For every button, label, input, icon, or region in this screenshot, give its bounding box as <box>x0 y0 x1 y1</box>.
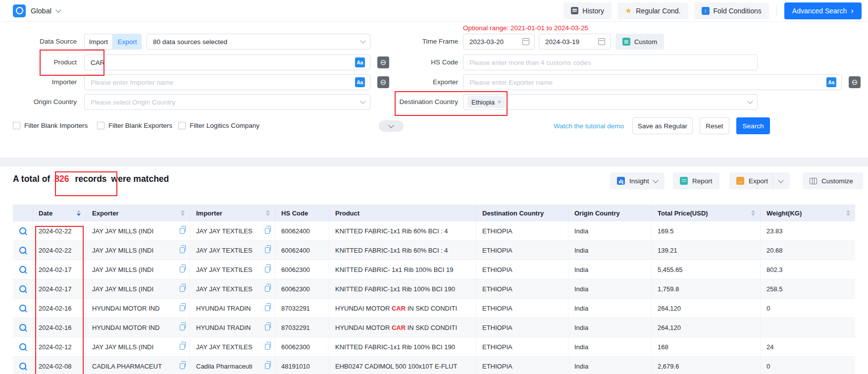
importer-name: JAY JAY TEXTILES <box>196 247 253 254</box>
date-to-field[interactable]: 2024-03-19 <box>539 34 611 50</box>
copy-icon[interactable] <box>180 247 185 253</box>
header-weight[interactable]: Weight(KG) <box>761 205 855 221</box>
region-selector[interactable]: Global <box>13 4 60 17</box>
export-button[interactable]: → Export <box>729 172 790 189</box>
exporter-cell: JAY JAY MILLS (INDI <box>86 241 190 260</box>
export-tab[interactable]: Export <box>113 34 142 50</box>
advanced-search-label: Advanced Search <box>792 7 847 15</box>
export-dropdown-button[interactable] <box>772 172 783 189</box>
copy-icon[interactable] <box>265 324 270 330</box>
header-exporter[interactable]: Exporter <box>86 205 190 221</box>
copy-icon[interactable] <box>265 228 270 234</box>
regular-cond-button[interactable]: ★ Regular Cond. <box>617 2 688 19</box>
results-summary: A total of 826 records were matched <box>13 174 169 184</box>
copy-icon[interactable] <box>180 286 185 292</box>
copy-icon[interactable] <box>180 228 185 234</box>
history-button[interactable]: History <box>563 2 612 19</box>
destination-cell: ETHIOPIA <box>476 337 568 356</box>
row-search-icon[interactable] <box>19 363 26 370</box>
origin-country-select[interactable]: Please select Origin Country <box>84 94 370 110</box>
search-button[interactable]: Search <box>736 117 770 134</box>
filter-blank-importers[interactable]: Filter Blank Importers <box>13 122 88 129</box>
filter-blank-exporters[interactable]: Filter Blank Exporters <box>97 122 172 129</box>
sort-icons[interactable] <box>748 210 755 216</box>
row-search-icon[interactable] <box>19 343 26 350</box>
insight-button[interactable]: Insight <box>610 172 664 189</box>
row-detail-cell <box>13 279 33 298</box>
checkbox[interactable] <box>97 122 104 129</box>
row-search-icon[interactable] <box>19 285 26 292</box>
destination-country-tag[interactable]: Ethiopia × <box>467 96 505 108</box>
advanced-search-button[interactable]: Advanced Search › <box>784 2 862 19</box>
row-search-icon[interactable] <box>19 305 26 312</box>
custom-range-button[interactable]: ⊞ Custom <box>615 34 664 50</box>
product-field-wrap: Aa <box>84 54 370 70</box>
date-from-field[interactable]: 2023-03-20 <box>463 34 535 50</box>
product-input[interactable] <box>91 59 355 66</box>
header-detail-column <box>13 205 33 221</box>
copy-icon[interactable] <box>265 344 270 350</box>
weight-cell: 0 <box>761 357 855 374</box>
collapse-conditions-button[interactable] <box>379 120 404 132</box>
header-importer[interactable]: Importer <box>190 205 275 221</box>
copy-icon[interactable] <box>265 247 270 253</box>
reset-button[interactable]: Reset <box>700 117 729 134</box>
row-search-icon[interactable] <box>19 227 26 234</box>
row-detail-cell <box>13 299 33 318</box>
data-source-select[interactable]: 80 data sources selected <box>147 34 370 50</box>
filter-logitics-company[interactable]: Filter Logitics Company <box>178 122 259 129</box>
translate-icon[interactable]: Aa <box>355 77 365 87</box>
date-cell: 2024-02-16 <box>33 318 86 337</box>
row-search-icon[interactable] <box>19 324 26 331</box>
sort-icons[interactable] <box>843 210 850 216</box>
checkbox[interactable] <box>13 122 20 129</box>
importer-cell: JAY JAY TEXTILES <box>190 279 275 298</box>
exporter-input[interactable] <box>469 79 826 86</box>
copy-icon[interactable] <box>265 267 270 272</box>
history-label: History <box>582 7 604 15</box>
product-cell: KNITTED FABRIC-1x1 Rib 100% BCI 190 <box>329 337 476 356</box>
product-cell: KNITTED FABRIC-1x1 Rib 60% BCI : 4 <box>329 241 476 260</box>
hs-code-field-wrap <box>463 54 758 70</box>
sort-icons[interactable] <box>178 210 185 216</box>
importer-input[interactable] <box>91 79 355 86</box>
translate-icon[interactable]: Aa <box>826 77 836 87</box>
price-cell: 1,759.8 <box>652 279 761 298</box>
copy-icon[interactable] <box>180 267 185 272</box>
tag-close-icon[interactable]: × <box>498 99 501 106</box>
checkbox[interactable] <box>178 122 186 129</box>
copy-icon[interactable] <box>180 305 185 311</box>
exporter-cell: JAY JAY MILLS (INDI <box>86 260 190 279</box>
customize-button[interactable]: Customize <box>803 172 863 189</box>
copy-icon[interactable] <box>265 286 270 292</box>
product-cell: HYUNDAI MOTOR CAR IN SKD CONDITI <box>329 318 476 337</box>
fold-conditions-button[interactable]: ↕ Fold Conditions <box>694 2 769 19</box>
report-button[interactable]: Report <box>673 172 719 189</box>
sort-icons[interactable] <box>263 210 270 216</box>
row-search-icon[interactable] <box>19 247 26 254</box>
header-date[interactable]: Date <box>33 205 86 221</box>
destination-country-select[interactable]: Ethiopia × <box>463 94 758 110</box>
copy-icon[interactable] <box>265 363 270 369</box>
copy-icon[interactable] <box>265 305 270 311</box>
table-row: 2024-02-22 JAY JAY MILLS (INDI JAY JAY T… <box>13 221 855 241</box>
hs-code-cell: 60062300 <box>275 337 329 356</box>
row-detail-cell <box>13 318 33 337</box>
hs-code-input[interactable] <box>469 59 752 66</box>
exporter-name: HYUNDAI MOTOR IND <box>92 305 159 312</box>
row-search-icon[interactable] <box>19 266 26 273</box>
tutorial-link[interactable]: Watch the tutorial demo <box>554 122 624 130</box>
copy-icon[interactable] <box>180 324 185 330</box>
translate-icon[interactable]: Aa <box>355 57 365 67</box>
header-total-price[interactable]: Total Price(USD) <box>652 205 761 221</box>
sort-icons[interactable] <box>74 210 81 216</box>
hs-code-label: HS Code <box>381 54 458 70</box>
copy-icon[interactable] <box>180 363 185 369</box>
customize-icon <box>810 178 817 184</box>
exclude-keywords-icon[interactable]: ⊖ <box>849 76 861 88</box>
row-detail-cell <box>13 241 33 260</box>
copy-icon[interactable] <box>180 344 185 350</box>
data-source-toggle: Import Export <box>84 34 142 50</box>
import-tab[interactable]: Import <box>84 34 113 50</box>
save-as-regular-button[interactable]: Save as Regular <box>632 117 693 134</box>
